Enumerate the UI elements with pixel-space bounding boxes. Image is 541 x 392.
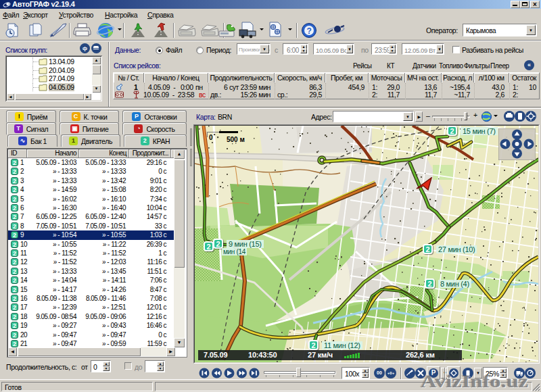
svg-text:?: ?	[307, 26, 312, 36]
